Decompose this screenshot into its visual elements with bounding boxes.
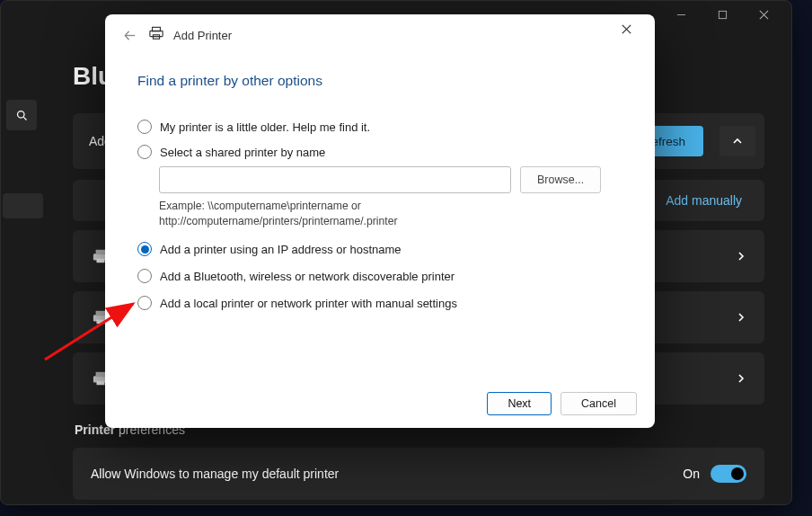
chevron-up-icon xyxy=(732,136,743,147)
svg-rect-13 xyxy=(96,372,106,377)
radio-icon xyxy=(137,296,152,310)
option-bluetooth-wireless[interactable]: Add a Bluetooth, wireless or network dis… xyxy=(137,269,622,283)
cancel-button[interactable]: Cancel xyxy=(560,392,637,415)
option-shared-printer[interactable]: Select a shared printer by name xyxy=(137,145,622,159)
add-manually-link[interactable]: Add manually xyxy=(666,193,742,208)
dialog-heading: Find a printer by other options xyxy=(137,73,622,89)
radio-icon xyxy=(137,269,152,283)
printer-icon xyxy=(148,26,164,44)
radio-icon xyxy=(137,145,152,159)
arrow-left-icon xyxy=(123,29,137,42)
dialog-title: Add Printer xyxy=(173,29,232,42)
chevron-right-icon xyxy=(736,312,746,323)
default-printer-toggle[interactable] xyxy=(710,465,746,483)
option-label: Add a Bluetooth, wireless or network dis… xyxy=(160,270,455,283)
back-button[interactable] xyxy=(119,25,139,45)
svg-point-4 xyxy=(17,111,24,118)
shared-printer-subsection: Browse... Example: \\computername\printe… xyxy=(159,166,622,229)
dialog-body: Find a printer by other options My print… xyxy=(105,57,655,310)
expand-toggle[interactable] xyxy=(719,126,755,156)
svg-rect-10 xyxy=(96,311,106,316)
chevron-right-icon xyxy=(736,373,746,384)
add-printer-dialog: Add Printer Find a printer by other opti… xyxy=(105,14,655,428)
svg-rect-1 xyxy=(719,11,726,18)
svg-rect-14 xyxy=(97,381,105,386)
option-label: My printer is a little older. Help me fi… xyxy=(160,120,370,134)
toggle-state-label: On xyxy=(683,467,700,481)
maximize-button[interactable] xyxy=(702,1,743,28)
search-button[interactable] xyxy=(6,100,37,130)
svg-line-5 xyxy=(23,117,26,120)
example-text: Example: \\computername\printername or h… xyxy=(159,199,536,229)
default-printer-pref-row: Allow Windows to manage my default print… xyxy=(73,448,764,500)
window-close-button[interactable] xyxy=(743,1,784,28)
close-icon xyxy=(621,23,632,35)
radio-icon xyxy=(137,120,152,134)
option-local-manual[interactable]: Add a local printer or network printer w… xyxy=(137,296,622,310)
next-button[interactable]: Next xyxy=(487,392,552,415)
minimize-button[interactable] xyxy=(660,1,702,28)
option-older-printer[interactable]: My printer is a little older. Help me fi… xyxy=(137,120,622,134)
pref-label: Allow Windows to manage my default print… xyxy=(91,467,339,481)
svg-rect-11 xyxy=(97,320,105,325)
shared-printer-input[interactable] xyxy=(159,166,511,193)
option-label: Add a printer using an IP address or hos… xyxy=(160,243,402,256)
search-icon xyxy=(15,109,29,122)
browse-button[interactable]: Browse... xyxy=(520,166,601,193)
radio-icon xyxy=(137,242,152,256)
option-label: Add a local printer or network printer w… xyxy=(160,297,457,310)
svg-rect-7 xyxy=(96,250,106,254)
dialog-header: Add Printer xyxy=(105,14,655,57)
sidebar-nav-tile[interactable] xyxy=(3,193,43,218)
settings-sidebar xyxy=(1,37,46,500)
dialog-footer: Next Cancel xyxy=(487,392,637,415)
chevron-right-icon xyxy=(736,251,746,262)
option-label: Select a shared printer by name xyxy=(160,146,325,159)
option-ip-address[interactable]: Add a printer using an IP address or hos… xyxy=(137,242,622,256)
dialog-close-button[interactable] xyxy=(612,14,640,43)
svg-rect-8 xyxy=(97,259,105,263)
